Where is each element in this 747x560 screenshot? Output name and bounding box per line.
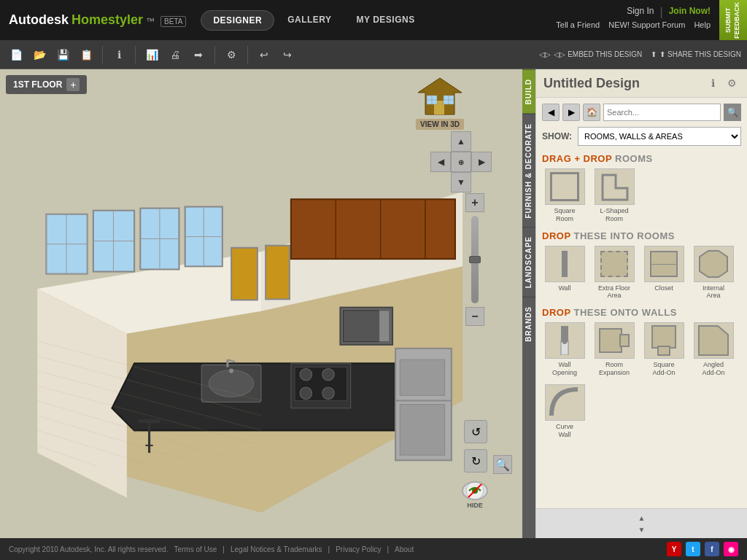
svg-rect-40 <box>400 405 444 456</box>
sign-in-link[interactable]: Sign In <box>627 6 654 19</box>
wall-opening-shape-cell <box>545 322 585 359</box>
drop-onto-keyword: DROP <box>542 307 570 318</box>
build-search-button[interactable]: 🔍 <box>724 104 741 121</box>
drop-into-rooms-header: DROP THESE INTO ROOMS <box>542 230 741 241</box>
l-shaped-room-shape <box>595 168 635 205</box>
terms-link[interactable]: Terms of Use <box>174 545 217 553</box>
tab-furnish[interactable]: FURNISH & DECORATE <box>522 114 535 228</box>
gallery-nav-btn[interactable]: GALLERY <box>276 10 343 31</box>
internal-area-icon <box>698 249 729 279</box>
properties-btn[interactable]: 📊 <box>142 44 162 65</box>
right-panel-header: Untitled Design ℹ ⚙ <box>536 69 747 98</box>
youtube-icon[interactable]: Y <box>667 542 681 556</box>
zoom-in-btn[interactable]: + <box>465 193 484 212</box>
angled-addon-item[interactable]: AngledAdd-On <box>691 322 736 377</box>
wall-item[interactable]: Wall <box>542 246 587 300</box>
svg-rect-39 <box>400 359 444 395</box>
twitter-icon[interactable]: t <box>686 542 700 556</box>
export-btn[interactable]: ➡ <box>188 44 209 65</box>
rotate-ccw-btn[interactable]: ↺ <box>464 420 487 443</box>
my-designs-nav-btn[interactable]: MY DESIGNS <box>345 10 427 31</box>
room-expansion-icon <box>598 326 630 355</box>
canvas-area[interactable]: 1ST FLOOR + <box>0 69 522 538</box>
zoom-slider[interactable] <box>471 216 479 303</box>
internal-area-label: InternalArea <box>703 284 724 300</box>
square-addon-item[interactable]: SquareAdd-On <box>641 322 686 377</box>
hide-button[interactable]: HIDE <box>461 481 489 509</box>
pan-up-btn[interactable]: ▲ <box>451 131 471 152</box>
social-icons: Y t f ◉ <box>667 542 738 556</box>
designer-nav-btn[interactable]: DESIGNER <box>201 10 274 31</box>
svg-point-26 <box>209 370 253 397</box>
legal-link[interactable]: Legal Notices & Trademarks <box>231 545 322 553</box>
drop-into-keyword: DROP <box>542 230 570 241</box>
wall-opening-label: WallOpening <box>552 361 577 377</box>
help-link[interactable]: Help <box>694 20 711 29</box>
svg-rect-19 <box>291 199 455 259</box>
internal-area-item[interactable]: InternalArea <box>691 246 736 300</box>
svg-point-27 <box>229 368 233 373</box>
rotate-cw-btn[interactable]: ↻ <box>464 449 487 472</box>
save-btn[interactable]: 💾 <box>53 44 73 65</box>
drag-drop-rooms-header: DRAG + DROP ROOMS <box>542 153 741 164</box>
share-design-btn[interactable]: ⬆ ⬆ SHARE THIS DESIGN <box>651 50 741 58</box>
panel-collapse-up[interactable]: ▲ <box>633 512 651 524</box>
build-home-btn[interactable]: 🏠 <box>583 104 600 121</box>
flickr-icon[interactable]: ◉ <box>724 542 738 556</box>
tab-landscape[interactable]: LANDSCAPE <box>522 227 535 297</box>
status-bar: Copyright 2010 Autodesk, Inc. All rights… <box>0 538 747 560</box>
rooms-grid: SquareRoom L-ShapedRoom <box>542 168 741 223</box>
closet-item[interactable]: Closet <box>641 246 686 300</box>
share-label: ⬆ SHARE THIS DESIGN <box>659 50 741 58</box>
view-3d-button[interactable]: VIEW IN 3D <box>416 75 464 130</box>
embed-design-btn[interactable]: ◁▷ ◁▷ EMBED THIS DESIGN <box>539 50 642 58</box>
join-now-link[interactable]: Join Now! <box>669 6 711 19</box>
open-file-btn[interactable]: 📂 <box>29 44 50 65</box>
extra-floor-item[interactable]: Extra FloorArea <box>592 246 637 300</box>
show-select[interactable]: ROOMS, WALLS & AREAS ROOMS ONLY WALLS ON… <box>578 127 741 146</box>
build-search-input[interactable] <box>603 104 721 121</box>
add-floor-button[interactable]: + <box>66 78 80 91</box>
facebook-icon[interactable]: f <box>705 542 719 556</box>
hide-label: HIDE <box>467 502 483 509</box>
settings-icon-btn[interactable]: ⚙ <box>724 75 740 91</box>
wall-opening-item[interactable]: WallOpening <box>542 322 587 377</box>
pan-controls: ▲ ◀ ⊕ ▶ ▼ <box>430 131 492 192</box>
build-back-btn[interactable]: ◀ <box>542 104 560 121</box>
pan-left-btn[interactable]: ◀ <box>430 152 451 172</box>
pan-right-btn[interactable]: ▶ <box>471 152 492 172</box>
tell-friend-link[interactable]: Tell a Friend <box>556 20 600 29</box>
build-panel-content: ◀ ▶ 🏠 🔍 SHOW: ROOMS, WALLS & AREAS ROOMS… <box>536 98 747 508</box>
tab-build[interactable]: BUILD <box>522 69 535 114</box>
top-right-area: Sign In | Join Now! Tell a Friend NEW! S… <box>556 0 711 29</box>
svg-marker-66 <box>700 251 727 277</box>
new-file-btn[interactable]: 📄 <box>6 44 26 65</box>
print-btn[interactable]: 🖨 <box>165 44 185 65</box>
svg-point-32 <box>300 387 311 399</box>
svg-rect-35 <box>344 311 381 342</box>
save-copy-btn[interactable]: 📋 <box>76 44 96 65</box>
logo-area: Autodesk Homestyler ™ BETA <box>9 12 186 28</box>
square-room-item[interactable]: SquareRoom <box>542 168 587 223</box>
feedback-badge[interactable]: SUBMIT FEEDBACK <box>719 0 747 40</box>
settings-btn[interactable]: ⚙ <box>221 44 241 65</box>
info-btn[interactable]: ℹ <box>109 44 129 65</box>
undo-btn[interactable]: ↩ <box>254 44 274 65</box>
about-link[interactable]: About <box>395 545 414 553</box>
side-tabs: BUILD FURNISH & DECORATE LANDSCAPE BRAND… <box>522 69 535 538</box>
pan-down-btn[interactable]: ▼ <box>451 172 471 192</box>
zoom-out-btn[interactable]: − <box>465 307 484 326</box>
l-shaped-room-item[interactable]: L-ShapedRoom <box>592 168 637 223</box>
tab-brands[interactable]: BRANDS <box>522 297 535 351</box>
panel-collapse-down[interactable]: ▼ <box>633 524 651 535</box>
privacy-link[interactable]: Privacy Policy <box>336 545 381 553</box>
curve-wall-item[interactable]: CurveWall <box>542 384 587 439</box>
room-expansion-item[interactable]: RoomExpansion <box>592 322 637 377</box>
info-icon-btn[interactable]: ℹ <box>705 75 721 91</box>
separator-3: | <box>387 545 389 553</box>
redo-btn[interactable]: ↪ <box>277 44 298 65</box>
magnifier-btn[interactable]: 🔍 <box>493 455 512 474</box>
svg-rect-70 <box>620 335 629 346</box>
build-forward-btn[interactable]: ▶ <box>562 104 580 121</box>
support-forum-link[interactable]: NEW! Support Forum <box>608 20 685 29</box>
